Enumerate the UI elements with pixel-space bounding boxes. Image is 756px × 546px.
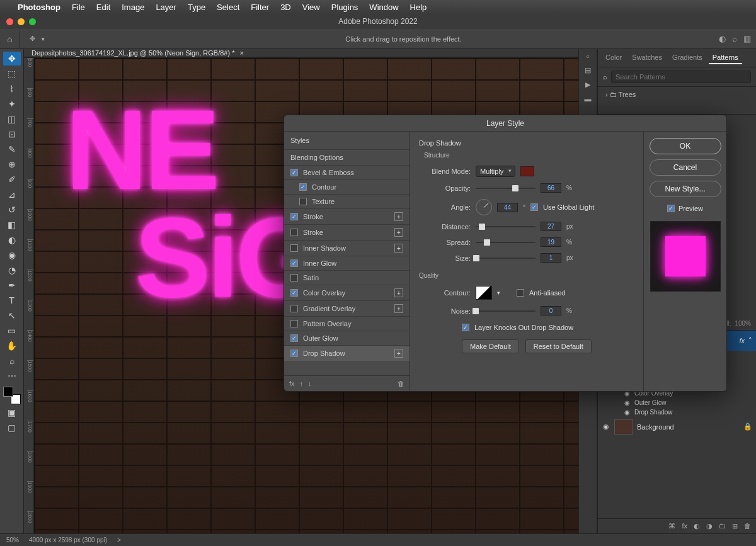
reset-default-button[interactable]: Reset to Default xyxy=(525,339,592,353)
pen-tool[interactable]: ✒ xyxy=(3,278,21,292)
path-tool[interactable]: ↖ xyxy=(3,309,21,322)
style-item-gradient-overlay[interactable]: Gradient Overlay+ xyxy=(284,300,410,316)
style-checkbox[interactable] xyxy=(290,274,298,282)
tab-swatches[interactable]: Swatches xyxy=(628,52,666,64)
style-checkbox[interactable] xyxy=(290,229,298,236)
shadow-color-swatch[interactable] xyxy=(520,166,534,176)
move-tool[interactable]: ✥ xyxy=(3,52,21,65)
style-item-inner-shadow[interactable]: Inner Shadow+ xyxy=(284,240,410,256)
eyedropper-tool[interactable]: ✎ xyxy=(3,142,21,156)
status-arrow-icon[interactable]: > xyxy=(117,537,121,543)
navigator-icon[interactable]: ▶ xyxy=(585,81,590,89)
menu-3d[interactable]: 3D xyxy=(280,3,291,12)
dodge-tool[interactable]: ◔ xyxy=(3,263,21,277)
opacity-input[interactable]: 66 xyxy=(541,183,561,193)
tab-color[interactable]: Color xyxy=(602,52,626,64)
menu-window[interactable]: Window xyxy=(369,3,398,12)
effect-outerglow[interactable]: ◉Outer Glow xyxy=(598,398,756,407)
search-icon[interactable]: ⌕ xyxy=(732,34,737,43)
style-checkbox[interactable]: ✓ xyxy=(290,350,298,357)
style-checkbox[interactable]: ✓ xyxy=(290,334,298,342)
doc-info[interactable]: 4000 px x 2598 px (300 ppi) xyxy=(29,537,107,543)
menu-file[interactable]: File xyxy=(72,3,85,12)
trash-icon[interactable]: 🗑 xyxy=(744,522,751,530)
style-checkbox[interactable] xyxy=(290,320,298,327)
add-instance-icon[interactable]: + xyxy=(394,228,403,237)
style-item-drop-shadow[interactable]: ✓Drop Shadow+ xyxy=(284,345,410,361)
menu-edit[interactable]: Edit xyxy=(96,3,110,12)
distance-input[interactable]: 27 xyxy=(541,222,561,231)
cloud-icon[interactable]: ◐ xyxy=(719,34,726,43)
frame-tool[interactable]: ⊡ xyxy=(3,127,21,141)
add-instance-icon[interactable]: + xyxy=(394,349,403,358)
noise-input[interactable]: 0 xyxy=(541,306,561,316)
blend-mode-select[interactable]: Multiply xyxy=(476,166,515,177)
move-tool-icon[interactable]: ✥ xyxy=(26,33,38,45)
window-minimize-icon[interactable] xyxy=(18,18,25,25)
add-instance-icon[interactable]: + xyxy=(394,288,403,297)
gradient-tool[interactable]: ◐ xyxy=(3,233,21,247)
menu-help[interactable]: Help xyxy=(410,3,427,12)
cancel-button[interactable]: Cancel xyxy=(650,159,721,176)
shape-tool[interactable]: ▭ xyxy=(3,324,21,338)
style-item-color-overlay[interactable]: ✓Color Overlay+ xyxy=(284,285,410,300)
history-brush-tool[interactable]: ↺ xyxy=(3,203,21,217)
style-checkbox[interactable] xyxy=(299,198,307,205)
document-tab[interactable]: Depositphotos_306174192_XL.jpg @ 50% (Ne… xyxy=(24,49,578,57)
preview-checkbox[interactable]: ✓ xyxy=(667,205,675,212)
style-checkbox[interactable]: ✓ xyxy=(290,289,298,297)
distance-slider[interactable] xyxy=(476,223,536,230)
opacity-slider[interactable] xyxy=(476,185,536,192)
window-close-icon[interactable] xyxy=(6,18,13,25)
foreground-background-swatch[interactable] xyxy=(3,387,21,404)
move-up-icon[interactable]: ↑ xyxy=(300,380,304,387)
style-item-stroke[interactable]: Stroke+ xyxy=(284,224,410,240)
hand-tool[interactable]: ✋ xyxy=(3,339,21,353)
fx-icon[interactable]: fx xyxy=(682,522,687,530)
style-checkbox[interactable] xyxy=(290,244,298,252)
tab-gradients[interactable]: Gradients xyxy=(668,52,706,64)
make-default-button[interactable]: Make Default xyxy=(462,339,519,353)
menu-layer[interactable]: Layer xyxy=(156,3,176,12)
style-item-contour[interactable]: ✓Contour xyxy=(284,179,410,194)
heal-tool[interactable]: ⊕ xyxy=(3,157,21,171)
knockout-checkbox[interactable]: ✓ xyxy=(462,324,469,331)
contour-picker[interactable] xyxy=(476,286,492,300)
style-item-bevel-emboss[interactable]: ✓Bevel & Emboss xyxy=(284,165,410,179)
style-checkbox[interactable]: ✓ xyxy=(290,259,298,267)
eraser-tool[interactable]: ◧ xyxy=(3,218,21,232)
tab-patterns[interactable]: Patterns xyxy=(709,52,742,64)
close-tab-icon[interactable]: × xyxy=(239,49,243,57)
blur-tool[interactable]: ◉ xyxy=(3,248,21,262)
noise-slider[interactable] xyxy=(476,307,536,315)
blending-options[interactable]: Blending Options xyxy=(284,149,410,165)
home-button[interactable]: ⌂ xyxy=(0,30,20,48)
chevron-icon[interactable]: ˄ xyxy=(748,336,752,344)
style-checkbox[interactable]: ✓ xyxy=(290,169,298,176)
style-checkbox[interactable]: ✓ xyxy=(299,183,307,191)
styles-header[interactable]: Styles xyxy=(284,132,410,149)
move-down-icon[interactable]: ↓ xyxy=(308,380,312,387)
new-layer-icon[interactable]: ⊞ xyxy=(732,522,738,530)
antialiased-checkbox[interactable] xyxy=(517,289,524,297)
spread-slider[interactable] xyxy=(476,239,536,246)
layer-row-background[interactable]: ◉ Background 🔒 xyxy=(598,417,756,437)
more-tools[interactable]: ⋯ xyxy=(3,369,21,383)
style-checkbox[interactable] xyxy=(290,305,298,312)
style-item-satin[interactable]: Satin xyxy=(284,270,410,285)
chevron-down-icon[interactable]: ▾ xyxy=(42,36,45,42)
window-zoom-icon[interactable] xyxy=(29,18,36,25)
angle-dial[interactable] xyxy=(476,199,492,215)
size-slider[interactable] xyxy=(476,254,536,262)
spread-input[interactable]: 19 xyxy=(541,237,561,247)
style-item-stroke[interactable]: ✓Stroke+ xyxy=(284,208,410,224)
menu-filter[interactable]: Filter xyxy=(251,3,269,12)
histogram-icon[interactable]: ▤ xyxy=(585,66,591,74)
menu-view[interactable]: View xyxy=(302,3,320,12)
style-item-outer-glow[interactable]: ✓Outer Glow xyxy=(284,331,410,345)
add-instance-icon[interactable]: + xyxy=(394,304,403,313)
new-style-button[interactable]: New Style... xyxy=(650,181,721,197)
patterns-search-input[interactable] xyxy=(611,71,751,83)
lasso-tool[interactable]: ⌇ xyxy=(3,82,21,96)
menubar-app[interactable]: Photoshop xyxy=(18,3,60,12)
